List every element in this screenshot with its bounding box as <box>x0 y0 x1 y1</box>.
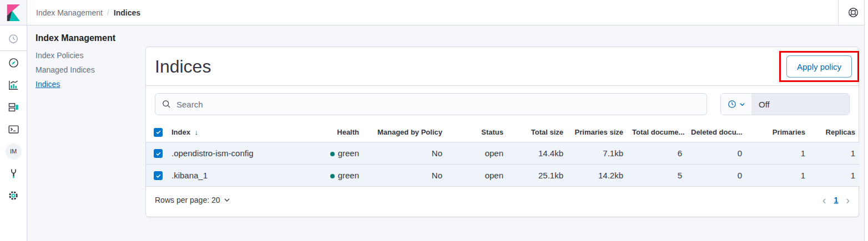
kibana-logo[interactable] <box>0 0 27 25</box>
cell-status: open <box>447 164 508 186</box>
cell-primaries: 1 <box>746 142 810 164</box>
previous-page-button[interactable]: ‹ <box>822 194 826 206</box>
nav-item-indices[interactable]: Indices <box>36 80 95 89</box>
indices-table: Index ↓ Health Managed by Policy Status … <box>146 122 860 187</box>
check-icon <box>155 151 162 157</box>
cell-total-documents: 5 <box>628 164 687 186</box>
health-dot-icon <box>330 152 335 156</box>
sidebar-item-management[interactable] <box>0 162 27 184</box>
clock-icon <box>728 100 736 109</box>
cell-deleted-documents: 0 <box>687 164 746 186</box>
help-icon <box>848 7 859 18</box>
top-bar: Index Management / Indices <box>0 0 868 25</box>
column-header-total-size[interactable]: Total size <box>508 122 568 142</box>
breadcrumb-separator: / <box>107 8 109 17</box>
section-nav: Index Policies Managed Indices Indices <box>36 51 95 89</box>
indices-panel: Indices Apply policy <box>145 47 859 217</box>
pagination: ‹ 1 › <box>822 194 850 206</box>
breadcrumb-index-management[interactable]: Index Management <box>36 8 103 17</box>
search-input[interactable] <box>176 100 700 109</box>
sidebar-divider <box>0 50 27 51</box>
column-header-primaries[interactable]: Primaries <box>746 122 810 142</box>
bar-chart-icon <box>8 80 19 90</box>
cell-replicas: 1 <box>810 142 860 164</box>
column-header-index[interactable]: Index ↓ <box>167 122 312 142</box>
check-icon <box>155 173 162 179</box>
gear-icon <box>8 190 19 201</box>
check-icon <box>155 129 162 135</box>
sidebar-item-discover[interactable] <box>0 52 27 74</box>
sidebar-item-index-management[interactable]: IM <box>0 140 27 162</box>
clock-icon <box>8 34 18 44</box>
chevron-down-icon <box>224 197 230 203</box>
table-row: .kibana_1 green No open 25.1kb 14.2kb 5 … <box>146 164 860 186</box>
breadcrumb: Index Management / Indices <box>27 0 140 25</box>
sidebar-item-dev-tools[interactable] <box>0 118 27 140</box>
cell-primaries: 1 <box>746 164 810 186</box>
breadcrumb-indices: Indices <box>114 8 140 17</box>
sort-desc-icon: ↓ <box>195 128 199 136</box>
chevron-down-icon <box>739 101 745 107</box>
compass-icon <box>8 58 19 68</box>
refresh-interval-picker: Off <box>720 93 850 115</box>
table-row: .opendistro-ism-config green No open 14.… <box>146 142 860 164</box>
page-1-button[interactable]: 1 <box>834 196 839 204</box>
nav-item-index-policies[interactable]: Index Policies <box>36 51 95 60</box>
cell-index-name: .opendistro-ism-config <box>167 142 312 164</box>
row-checkbox[interactable] <box>154 171 163 180</box>
column-header-primaries-size[interactable]: Primaries size <box>568 122 628 142</box>
im-badge: IM <box>6 143 22 160</box>
cell-total-size: 25.1kb <box>508 164 568 186</box>
app-sidebar: IM <box>0 25 27 241</box>
cell-total-documents: 6 <box>628 142 687 164</box>
sidebar-item-visualize[interactable] <box>0 74 27 96</box>
sidebar-item-recently-viewed[interactable] <box>0 28 27 50</box>
console-icon <box>8 124 19 135</box>
kibana-logo-icon <box>5 4 22 21</box>
cell-index-name: .kibana_1 <box>167 164 312 186</box>
wrench-icon <box>8 168 19 179</box>
next-page-button[interactable]: › <box>846 194 850 206</box>
column-header-managed-by-policy[interactable]: Managed by Policy <box>364 122 447 142</box>
cell-managed-by-policy: No <box>364 164 447 186</box>
cell-total-size: 14.4kb <box>508 142 568 164</box>
search-field[interactable] <box>155 93 707 115</box>
dashboard-icon <box>8 102 19 112</box>
cell-replicas: 1 <box>810 164 860 186</box>
cell-managed-by-policy: No <box>364 142 447 164</box>
column-header-deleted-documents[interactable]: Deleted docu... <box>687 122 746 142</box>
column-header-health[interactable]: Health <box>312 122 364 142</box>
select-all-checkbox[interactable] <box>154 128 163 137</box>
column-header-total-documents[interactable]: Total docume... <box>628 122 687 142</box>
sidebar-item-settings[interactable] <box>0 184 27 207</box>
health-dot-icon <box>330 174 335 178</box>
table-header-row: Index ↓ Health Managed by Policy Status … <box>146 122 860 142</box>
table-toolbar: Off <box>146 86 859 122</box>
cell-health: green <box>312 164 364 186</box>
cell-deleted-documents: 0 <box>687 142 746 164</box>
annotation-highlight: Apply policy <box>779 51 859 82</box>
scrollbar-track[interactable] <box>864 0 868 241</box>
cell-status: open <box>447 142 508 164</box>
column-header-replicas[interactable]: Replicas <box>810 122 860 142</box>
cell-primaries-size: 7.1kb <box>568 142 628 164</box>
table-footer: Rows per page: 20 ‹ 1 › <box>146 187 859 213</box>
row-checkbox[interactable] <box>154 149 163 158</box>
apply-policy-button[interactable]: Apply policy <box>786 55 852 78</box>
cell-health: green <box>312 142 364 164</box>
main-content: Index Management Index Policies Managed … <box>27 25 868 241</box>
column-header-status[interactable]: Status <box>447 122 508 142</box>
panel-title: Indices <box>155 55 211 85</box>
rows-per-page-button[interactable]: Rows per page: 20 <box>155 196 230 204</box>
refresh-interval-value[interactable]: Off <box>751 94 849 115</box>
page-title: Index Management <box>36 33 115 43</box>
refresh-interval-button[interactable] <box>721 94 751 115</box>
nav-item-managed-indices[interactable]: Managed Indices <box>36 65 95 74</box>
cell-primaries-size: 14.2kb <box>568 164 628 186</box>
sidebar-item-dashboard[interactable] <box>0 96 27 118</box>
search-icon <box>162 100 171 109</box>
